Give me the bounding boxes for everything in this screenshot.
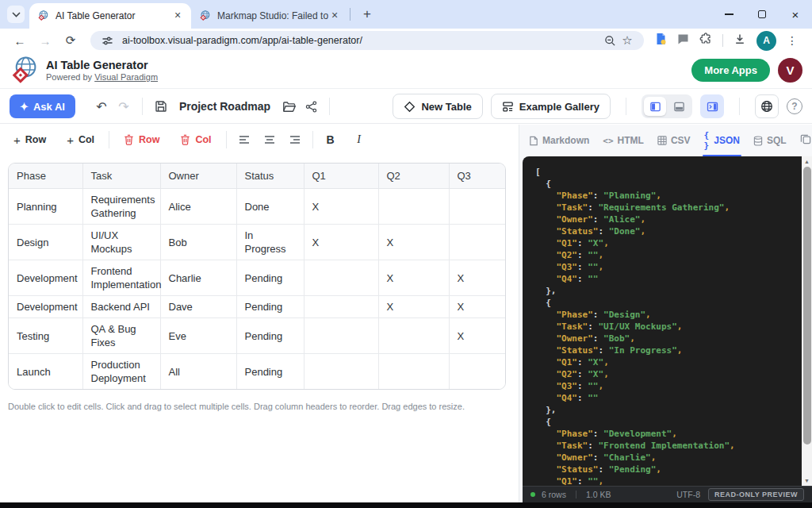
- browser-profile-avatar[interactable]: A: [756, 31, 776, 51]
- share-button[interactable]: [300, 95, 322, 117]
- table-cell[interactable]: Requirements Gathering: [82, 189, 160, 225]
- table-cell[interactable]: Development: [9, 296, 82, 318]
- table-cell[interactable]: Design: [9, 225, 82, 260]
- tab-close-icon[interactable]: ×: [328, 10, 341, 22]
- table-cell[interactable]: UI/UX Mockups: [82, 225, 160, 260]
- open-folder-button[interactable]: [278, 95, 300, 117]
- table-cell[interactable]: [378, 354, 449, 390]
- table-cell[interactable]: X: [304, 225, 378, 260]
- column-header[interactable]: Status: [236, 164, 304, 189]
- extension-panel-icon[interactable]: [677, 33, 689, 48]
- column-header[interactable]: Owner: [160, 164, 236, 189]
- table-cell[interactable]: Planning: [9, 189, 82, 225]
- bookmark-star-icon[interactable]: ☆: [619, 32, 636, 49]
- tab-sql[interactable]: SQL: [753, 125, 787, 156]
- table-cell[interactable]: Pending: [236, 354, 304, 390]
- redo-button[interactable]: ↷: [113, 95, 135, 117]
- url-input[interactable]: ai-toolbox.visual-paradigm.com/app/ai-ta…: [90, 31, 644, 50]
- browser-menu-icon[interactable]: ⋮: [787, 34, 798, 47]
- ask-ai-button[interactable]: ✦ Ask AI: [10, 94, 75, 118]
- italic-button[interactable]: I: [349, 129, 370, 150]
- table-cell[interactable]: X: [304, 189, 378, 225]
- table-cell[interactable]: Eve: [160, 318, 236, 354]
- reload-button[interactable]: ⟳: [60, 30, 81, 51]
- add-row-button[interactable]: +Row: [6, 129, 53, 151]
- scrollbar-thumb[interactable]: [803, 167, 811, 444]
- add-col-button[interactable]: +Col: [59, 129, 102, 151]
- table-cell[interactable]: Development: [9, 260, 82, 296]
- new-table-button[interactable]: New Table: [393, 94, 482, 119]
- table-cell[interactable]: [378, 189, 449, 225]
- zoom-page-icon[interactable]: [601, 32, 619, 49]
- delete-row-button[interactable]: Row: [117, 129, 167, 151]
- close-button[interactable]: ×: [779, 0, 812, 29]
- table-cell[interactable]: X: [449, 260, 506, 296]
- help-button[interactable]: ?: [787, 98, 802, 114]
- table-cell[interactable]: In Progress: [236, 225, 304, 260]
- new-tab-button[interactable]: +: [357, 4, 377, 25]
- user-avatar[interactable]: V: [778, 58, 802, 83]
- table-cell[interactable]: [449, 189, 506, 225]
- more-apps-button[interactable]: More Apps: [691, 59, 770, 82]
- table-cell[interactable]: [378, 318, 449, 354]
- table-cell[interactable]: [304, 296, 378, 318]
- table-cell[interactable]: Pending: [236, 296, 304, 318]
- table-cell[interactable]: All: [160, 354, 236, 390]
- language-button[interactable]: [755, 94, 779, 118]
- browser-tab-active[interactable]: AI Table Generator ×: [29, 3, 191, 29]
- maximize-button[interactable]: [745, 0, 779, 29]
- column-header[interactable]: Task: [82, 164, 160, 189]
- json-code[interactable]: [ { "Phase": "Planning", "Task": "Requir…: [523, 156, 812, 486]
- tab-close-icon[interactable]: ×: [171, 10, 184, 22]
- column-header[interactable]: Q3: [449, 164, 506, 189]
- table-cell[interactable]: Done: [236, 189, 304, 225]
- table-cell[interactable]: Production Deployment: [82, 354, 160, 390]
- undo-button[interactable]: ↶: [90, 95, 113, 117]
- table-cell[interactable]: X: [449, 296, 506, 318]
- table-cell[interactable]: Frontend Implementation: [82, 260, 160, 296]
- table-cell[interactable]: Charlie: [160, 260, 236, 296]
- forward-button[interactable]: →: [35, 30, 56, 51]
- site-settings-icon[interactable]: [98, 32, 116, 49]
- table-cell[interactable]: Launch: [9, 354, 82, 390]
- browser-tab-inactive[interactable]: Markmap Studio: Failed to oper ×: [191, 3, 348, 29]
- extension-doc-icon[interactable]: [655, 33, 667, 48]
- scroll-down-icon[interactable]: ▼: [802, 475, 812, 486]
- table-cell[interactable]: X: [378, 296, 449, 318]
- tab-html[interactable]: <> HTML: [603, 125, 644, 156]
- table-cell[interactable]: X: [449, 318, 506, 354]
- tab-search-button[interactable]: [7, 6, 25, 23]
- align-left-button[interactable]: [234, 129, 255, 150]
- downloads-icon[interactable]: [733, 33, 746, 48]
- table-cell[interactable]: Bob: [160, 225, 236, 260]
- save-button[interactable]: [150, 95, 172, 117]
- tab-json[interactable]: { } JSON: [704, 125, 740, 156]
- column-header[interactable]: Q2: [378, 164, 449, 189]
- table-cell[interactable]: Backend API: [82, 296, 160, 318]
- table-cell[interactable]: [304, 318, 378, 354]
- table-cell[interactable]: X: [378, 260, 449, 296]
- column-header[interactable]: Phase: [9, 164, 82, 189]
- copy-button[interactable]: [800, 133, 811, 148]
- table-cell[interactable]: X: [378, 225, 449, 260]
- toggle-preview-panel-button[interactable]: [700, 94, 724, 118]
- table-cell[interactable]: Pending: [236, 318, 304, 354]
- table-cell[interactable]: Alice: [160, 189, 236, 225]
- delete-col-button[interactable]: Col: [173, 129, 218, 151]
- split-vertical-button[interactable]: [644, 97, 666, 116]
- tab-markdown[interactable]: Markdown: [529, 125, 589, 156]
- tab-csv[interactable]: CSV: [657, 125, 691, 156]
- table-cell[interactable]: [449, 225, 506, 260]
- table-cell[interactable]: [304, 354, 378, 390]
- table-cell[interactable]: QA & Bug Fixes: [82, 318, 160, 354]
- extensions-puzzle-icon[interactable]: [699, 33, 712, 48]
- table-cell[interactable]: Dave: [160, 296, 236, 318]
- split-horizontal-button[interactable]: [668, 97, 690, 116]
- visual-paradigm-link[interactable]: Visual Paradigm: [94, 72, 158, 82]
- table-cell[interactable]: [449, 354, 506, 390]
- document-title[interactable]: Project Roadmap: [179, 100, 270, 113]
- preview-scrollbar[interactable]: ▲ ▼: [802, 156, 812, 486]
- column-header[interactable]: Q1: [304, 164, 378, 189]
- bold-button[interactable]: B: [320, 129, 341, 150]
- table-cell[interactable]: [304, 260, 378, 296]
